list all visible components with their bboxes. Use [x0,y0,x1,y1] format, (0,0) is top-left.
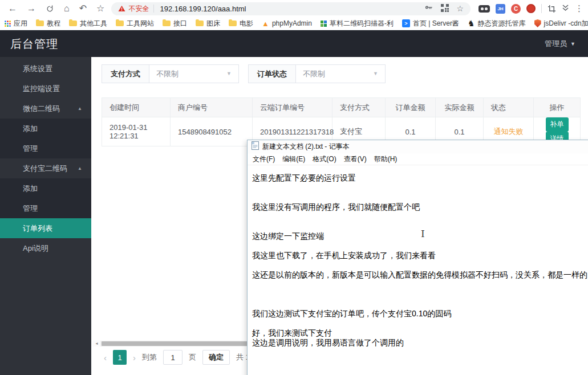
back-icon[interactable]: ← [8,4,17,13]
bookmark-jsdelivr[interactable]: jsDelivr -cdn加速 [534,19,588,28]
sidebar-item-monitor-settings[interactable]: 监控端设置 [0,79,91,99]
col-actions: 操作 [534,98,581,117]
extension-jh-icon[interactable]: JH [496,4,505,14]
current-page-button[interactable]: 1 [113,350,127,365]
notepad-titlebar: 新建文本文档 (2).txt - 记事本 [248,140,588,153]
bookmark-folder-tuchuang[interactable]: 图床 [196,19,220,28]
sidebar-item-wechat-add[interactable]: 添加 [0,119,91,138]
scroll-left-arrow-icon[interactable]: ◂ [93,341,100,346]
menu-help[interactable]: 帮助(H) [374,154,398,164]
sidebar-item-wechat-manage[interactable]: 管理 [0,138,91,158]
folder-icon [163,21,171,26]
notepad-line [252,193,588,202]
crop-icon[interactable] [548,5,556,13]
goto-page-input[interactable]: 1 [163,350,183,365]
bookmark-apps[interactable]: 应用 [5,19,27,28]
bookmark-folder-gongjuwangzhan[interactable]: 工具网站 [116,19,154,28]
bookmark-star-icon[interactable]: ☆ [456,4,464,13]
col-cloud-order-id: 云端订单编号 [253,98,332,117]
forward-icon[interactable]: → [27,4,36,13]
col-actual-amount: 实际金额 [436,98,484,117]
folder-icon [69,21,77,26]
filter-pay-method-label: 支付方式 [102,64,149,83]
menu-file[interactable]: 文件(F) [253,154,275,164]
browser-toolbar: ← → ⌂ ↶ ☆ 不安全 192.168.199.120/aaa.html ☆… [0,0,588,17]
url-bar[interactable]: 不安全 192.168.199.120/aaa.html ☆ [111,2,471,15]
sidebar-group-wechat-qr[interactable]: 微信二维码▲ [0,99,91,119]
notepad-window: 新建文本文档 (2).txt - 记事本 文件(F) 编辑(E) 格式(O) 查… [247,140,588,375]
sidebar-item-alipay-add[interactable]: 添加 [0,178,91,198]
folder-icon [116,21,124,26]
next-page-button[interactable]: › [133,353,136,362]
chevron-up-icon: ▲ [78,99,82,119]
sidebar-item-alipay-manage[interactable]: 管理 [0,198,91,218]
sidebar-item-system-settings[interactable]: 系统设置 [0,59,91,79]
notepad-line: 这还是以前的版本的，新版本是可以输入配置数据的免得模拟器不好扫码，没关系，都是一… [252,270,588,280]
bookmark-folder-jiekou[interactable]: 接口 [163,19,187,28]
extension-red-dot-icon[interactable] [526,4,536,13]
bookmark-folder-dianying[interactable]: 电影 [229,19,253,28]
filter-pay-method-select[interactable]: 不限制 ▼ [149,64,239,83]
sidebar-item-order-list[interactable]: 订单列表 [0,218,91,238]
bookmark-folder-qitagongju[interactable]: 其他工具 [69,19,107,28]
cell-created-time: 2019-01-31 12:21:31 [102,117,171,146]
filter-order-status-select[interactable]: 不限制 ▼ [296,64,386,83]
bookmark-static-repo[interactable]: ♞静态资源托管库 [468,19,526,28]
notepad-line [252,183,588,193]
chevron-down-icon: ▼ [226,65,232,83]
notepad-line [252,241,588,251]
phpmyadmin-icon: ▲ [262,20,269,27]
extension-red-c-icon[interactable]: C [511,4,521,14]
bookmark-folder-jiaocheng[interactable]: 教程 [36,19,60,28]
reload-icon[interactable] [46,5,54,13]
shield-icon [534,19,541,27]
page-title: 后台管理 [10,36,58,52]
notepad-line: 好，我们来测试下支付 [252,328,588,338]
menu-edit[interactable]: 编辑(E) [282,154,305,164]
home-icon[interactable]: ⌂ [64,4,70,13]
password-key-icon[interactable] [424,3,433,14]
col-pay-method: 支付方式 [332,98,386,117]
notepad-line: 这边绑定一下监控端 [252,231,588,241]
sidebar-group-alipay-qr[interactable]: 支付宝二维码▲ [0,158,91,178]
notepad-file-icon [252,141,259,152]
chevron-down-icon: ▼ [570,41,575,47]
menu-format[interactable]: 格式(O) [313,154,336,164]
notepad-line [252,260,588,270]
notepad-line: 我这里也下载了，在手机上安装成功了，我们来看看 [252,251,588,260]
folder-icon [229,21,237,26]
chevron-up-icon: ▲ [78,158,82,178]
toolbar-separator [541,4,542,13]
col-order-amount: 订单金额 [386,98,436,117]
notepad-text-area[interactable]: 这里先配置下必要的运行设置 我这里没有写调用的程序，我们就随便配置个吧 这边绑定… [248,166,588,375]
extension-glasses-icon[interactable] [478,5,490,13]
confirm-button[interactable]: 确定 [202,350,230,365]
notepad-line [252,319,588,328]
bookmark-phpmyadmin[interactable]: ▲phpMyAdmin [262,19,312,27]
folder-icon [196,21,204,26]
col-status: 状态 [484,98,534,117]
qr-code-icon[interactable] [441,4,449,14]
sidebar-item-api-docs[interactable]: Api说明 [0,238,91,258]
bookmark-caoliao-qr[interactable]: 草料二维码扫描器-利 [321,19,394,28]
menu-view[interactable]: 查看(V) [344,154,367,164]
server-chan-icon: > [402,19,410,27]
status-badge: 通知失败 [494,127,524,136]
sidebar: 系统设置 监控端设置 微信二维码▲ 添加 管理 支付宝二维码▲ 添加 管理 订单… [0,57,91,375]
prev-page-button[interactable]: ‹ [104,353,107,362]
browser-menu-icon[interactable]: ⋮ [575,3,583,14]
url-text[interactable]: 192.168.199.120/aaa.html [160,5,424,13]
notepad-menubar: 文件(F) 编辑(E) 格式(O) 查看(V) 帮助(H) [248,153,588,165]
notepad-line [252,299,588,309]
reissue-button[interactable]: 补单 [546,117,569,132]
undo-icon[interactable]: ↶ [79,4,87,13]
bookmark-server-chan[interactable]: >首页 | Server酱 [402,19,459,28]
admin-header: 后台管理 管理员 ▼ [0,30,588,57]
double-chevron-down-icon[interactable] [562,4,569,14]
not-secure-label[interactable]: 不安全 [128,4,149,14]
user-menu[interactable]: 管理员 ▼ [545,39,575,49]
goto-page-unit: 页 [189,352,196,362]
not-secure-warning-icon [118,5,125,12]
star-icon[interactable]: ☆ [96,4,104,13]
url-separator [153,5,154,13]
